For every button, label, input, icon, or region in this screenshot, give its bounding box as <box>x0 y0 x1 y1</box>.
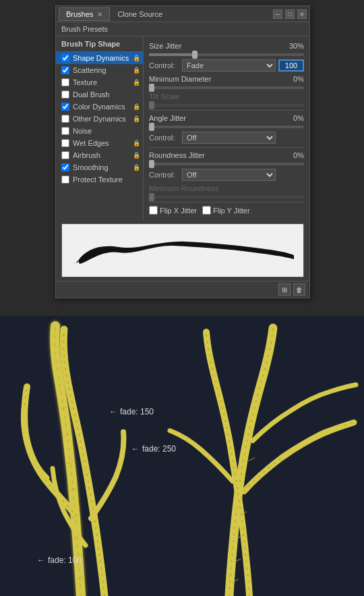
flip-x-label[interactable]: Flip X Jitter <box>149 206 197 215</box>
panel-footer: ⊞ 🗑 <box>56 281 309 298</box>
size-jitter-row: Size Jitter 30% <box>149 42 304 50</box>
minimize-icon[interactable]: ─ <box>273 9 282 19</box>
control-fade-row: Control: Fade Off Pen Pressure <box>149 59 304 72</box>
option-airbrush[interactable]: Airbrush 🔒 <box>56 149 143 161</box>
flip-checkboxes: Flip X Jitter Flip Y Jitter <box>149 206 304 215</box>
control-fade-input[interactable] <box>278 59 304 72</box>
tab-close-icon[interactable]: ✕ <box>97 11 102 18</box>
fade-label-100: ← fade: 100 <box>37 556 82 565</box>
svg-line-13 <box>248 458 255 461</box>
option-other-dynamics[interactable]: Other Dynamics 🔒 <box>56 113 143 125</box>
lock-icon-other-dynamics: 🔒 <box>133 115 140 122</box>
min-roundness-row: Minimum Roundness <box>149 184 304 192</box>
min-diameter-slider[interactable] <box>149 86 304 89</box>
panel-content: Brush Tip Shape Shape Dynamics 🔒 Scatter… <box>56 36 309 220</box>
airbrush-checkbox[interactable] <box>61 151 69 159</box>
tilt-scale-row: Tilt Scale <box>149 92 304 101</box>
shape-dynamics-checkbox[interactable] <box>61 54 69 62</box>
lock-icon-wet-edges: 🔒 <box>133 140 140 146</box>
roundness-jitter-slider[interactable] <box>149 163 304 165</box>
size-jitter-slider[interactable] <box>149 53 304 56</box>
lock-icon-texture: 🔒 <box>133 79 140 86</box>
lock-icon-airbrush: 🔒 <box>133 152 140 159</box>
left-panel: Brush Tip Shape Shape Dynamics 🔒 Scatter… <box>56 36 144 220</box>
option-noise[interactable]: Noise <box>56 125 143 137</box>
brush-preview <box>61 223 304 277</box>
roundness-jitter-row: Roundness Jitter 0% <box>149 151 304 159</box>
option-smoothing[interactable]: Smoothing 🔒 <box>56 161 143 173</box>
min-roundness-slider <box>149 196 304 198</box>
footer-icon-2[interactable]: 🗑 <box>293 283 305 296</box>
control-off-2-row: Control: Off Fade <box>149 169 304 181</box>
illustration-area: ← fade: 150 ← fade: 250 ← fade: 100 <box>0 316 364 596</box>
dual-brush-checkbox[interactable] <box>61 90 69 99</box>
wet-edges-checkbox[interactable] <box>61 139 69 147</box>
control-off-1-select[interactable]: Off Fade <box>182 132 276 144</box>
control-off-1-row: Control: Off Fade <box>149 132 304 144</box>
right-branch-group <box>170 328 356 596</box>
fade-label-250: ← fade: 250 <box>131 444 176 454</box>
smoothing-checkbox[interactable] <box>61 163 69 171</box>
texture-checkbox[interactable] <box>61 78 69 86</box>
option-texture[interactable]: Texture 🔒 <box>56 76 143 88</box>
angle-jitter-row: Angle Jitter 0% <box>149 114 304 122</box>
title-bar-icons: ─ □ ≡ <box>273 9 307 19</box>
noise-checkbox[interactable] <box>61 127 69 135</box>
menu-icon[interactable]: ≡ <box>297 9 307 19</box>
other-dynamics-checkbox[interactable] <box>61 115 69 123</box>
divider-2 <box>149 147 304 148</box>
option-color-dynamics[interactable]: Color Dynamics 🔒 <box>56 101 143 113</box>
brushes-panel: Brushes ✕ Clone Source ─ □ ≡ Brush Prese… <box>55 5 310 298</box>
right-panel: Size Jitter 30% Control: Fade Off Pen Pr… <box>144 36 309 220</box>
brush-tip-shape-label: Brush Tip Shape <box>56 36 143 52</box>
lock-icon-color-dynamics: 🔒 <box>133 103 140 110</box>
protect-texture-checkbox[interactable] <box>61 175 69 184</box>
maximize-icon[interactable]: □ <box>285 9 295 19</box>
divider-1 <box>149 110 304 111</box>
option-wet-edges[interactable]: Wet Edges 🔒 <box>56 137 143 149</box>
flip-y-checkbox[interactable] <box>202 206 211 215</box>
footer-icon-1[interactable]: ⊞ <box>278 283 291 296</box>
lock-icon-shape-dynamics: 🔒 <box>133 55 140 61</box>
brushes-tab[interactable]: Brushes ✕ <box>59 7 110 21</box>
flip-y-label[interactable]: Flip Y Jitter <box>202 206 250 215</box>
option-scattering[interactable]: Scattering 🔒 <box>56 64 143 76</box>
divider-3 <box>149 202 304 202</box>
control-fade-select[interactable]: Fade Off Pen Pressure <box>182 59 276 72</box>
scattering-checkbox[interactable] <box>61 66 69 74</box>
control-off-2-select[interactable]: Off Fade <box>182 169 276 181</box>
flip-x-checkbox[interactable] <box>149 206 158 215</box>
fade-label-150: ← fade: 150 <box>109 407 154 416</box>
option-protect-texture[interactable]: Protect Texture <box>56 173 143 186</box>
color-dynamics-checkbox[interactable] <box>61 103 69 111</box>
branches-illustration <box>0 316 364 596</box>
option-dual-brush[interactable]: Dual Brush <box>56 88 143 101</box>
brush-stroke-svg <box>65 227 301 274</box>
lock-icon-smoothing: 🔒 <box>133 164 140 171</box>
angle-jitter-slider[interactable] <box>149 126 304 128</box>
title-bar: Brushes ✕ Clone Source ─ □ ≡ <box>56 6 309 22</box>
tilt-scale-slider <box>149 104 304 107</box>
option-shape-dynamics[interactable]: Shape Dynamics 🔒 <box>56 52 143 64</box>
brush-presets-bar: Brush Presets <box>56 22 309 36</box>
clone-source-tab[interactable]: Clone Source <box>110 7 170 21</box>
min-diameter-row: Minimum Diameter 0% <box>149 75 304 83</box>
lock-icon-scattering: 🔒 <box>133 67 140 74</box>
